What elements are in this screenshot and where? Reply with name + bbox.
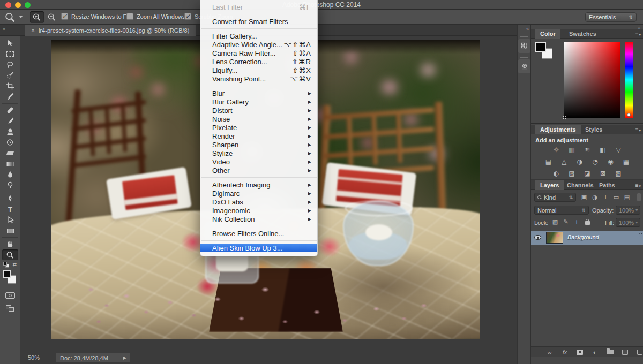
close-tab-icon[interactable]: × [31,27,35,34]
zoom-in-button[interactable] [30,11,44,23]
menu-item-lens-correction[interactable]: Lens Correction... ⇧⌘R [200,57,317,66]
link-layers-icon[interactable]: ∞ [546,348,554,356]
tab-styles[interactable]: Styles [580,125,607,134]
exposure-icon[interactable]: ◧ [597,146,608,154]
zoom-out-button[interactable] [45,11,59,23]
menu-item-liquify[interactable]: Liquify... ⇧⌘X [200,66,317,74]
menu-item-pixelate[interactable]: Pixelate [200,123,317,132]
pen-tool[interactable] [0,193,20,204]
new-layer-icon[interactable] [621,348,629,356]
levels-icon[interactable]: ▥ [566,146,577,154]
color-lookup-icon[interactable]: ▦ [621,157,632,166]
menu-item-convert-for-smart-filters[interactable]: Convert for Smart Filters [200,17,317,26]
move-tool[interactable] [0,38,20,49]
saturation-brightness-field[interactable] [564,42,620,118]
brush-tool[interactable] [0,116,20,126]
history-panel-icon[interactable] [518,39,530,53]
document-size-indicator[interactable]: Doc: 28,4M/28,4M ▶ [56,353,130,362]
lock-paint-icon[interactable]: ✎ [561,217,571,226]
panel-menu-icon[interactable]: ≡ [635,127,641,133]
blend-mode-combo[interactable]: Normal ⇅ [534,206,589,215]
fill-value[interactable]: 100% ▾ [616,218,640,227]
menu-item-digimarc[interactable]: Digimarc [200,189,317,198]
vibrance-icon[interactable]: ▽ [613,146,624,154]
delete-layer-icon[interactable] [636,348,643,356]
menu-item-sharpen[interactable]: Sharpen [200,140,317,149]
status-menu-arrow-icon[interactable]: ▶ [123,355,126,360]
tab-paths[interactable]: Paths [594,180,620,190]
checkbox-resize-windows-to-fit[interactable]: ✓ Resize Windows to Fit [61,13,130,20]
color-field-marker[interactable] [563,116,566,119]
color-panel-swatches[interactable] [535,42,555,61]
filter-adjustment-layers-icon[interactable]: ◑ [590,193,600,202]
rectangular-marquee-tool[interactable] [0,49,20,59]
menu-item-adaptive-wide-angle[interactable]: Adaptive Wide Angle... ⌥⇧⌘A [200,40,317,49]
zoom-level[interactable]: 50% [28,354,40,361]
invert-icon[interactable]: ◐ [551,169,562,178]
tab-swatches[interactable]: Swatches [564,29,601,39]
hand-tool[interactable] [0,239,20,249]
menu-item-alien-skin-blow-up-3[interactable]: Alien Skin Blow Up 3... [200,244,317,252]
clone-stamp-tool[interactable] [0,126,20,137]
lasso-tool[interactable] [0,59,20,70]
expand-panels-icon[interactable]: « [526,26,528,32]
lock-transparency-icon[interactable]: ▨ [550,217,560,226]
toolbar-collapse-icon[interactable]: » [3,26,5,32]
quick-mask-button[interactable] [0,290,20,301]
new-adjustment-layer-icon[interactable]: ◐ [591,348,599,356]
channel-mixer-icon[interactable]: ◉ [605,157,616,166]
rectangle-shape-tool[interactable] [0,225,20,236]
layer-name[interactable]: Background [567,234,599,240]
menu-item-video[interactable]: Video [200,157,317,166]
screen-mode-button[interactable] [0,303,20,314]
document-tab[interactable]: × lr4-preset-system-exercise-files-0016.… [25,25,196,36]
default-colors-icon[interactable] [3,262,9,268]
swap-colors-icon[interactable]: ⇄ [12,262,17,267]
menu-item-blur[interactable]: Blur [200,89,317,97]
collapse-panels-icon[interactable]: » [638,26,640,31]
layer-row-background[interactable]: Background [531,231,643,245]
hue-slider[interactable] [625,42,633,118]
menu-item-camera-raw-filter[interactable]: Camera Raw Filter... ⇧⌘A [200,49,317,57]
path-selection-tool[interactable] [0,215,20,225]
menu-item-render[interactable]: Render [200,132,317,140]
hue-saturation-icon[interactable]: ▤ [543,157,554,166]
blur-tool[interactable] [0,169,20,180]
menu-item-imagenomic[interactable]: Imagenomic [200,206,317,215]
photo-filter-icon[interactable]: ◔ [590,157,601,166]
dodge-tool[interactable] [0,180,20,191]
filter-smart-object-icon[interactable]: ▤ [622,193,632,202]
new-group-icon[interactable] [606,348,614,356]
tab-color[interactable]: Color [535,29,560,39]
brightness-contrast-icon[interactable]: ☼ [551,146,562,154]
spot-healing-brush-tool[interactable] [0,105,20,116]
menu-item-filter-gallery[interactable]: Filter Gallery... [200,32,317,40]
layer-thumbnail[interactable] [546,232,563,244]
menu-item-nik-collection[interactable]: Nik Collection [200,215,317,223]
layer-visibility-eye-icon[interactable] [534,235,541,240]
menu-item-athentech-imaging[interactable]: Athentech Imaging [200,180,317,189]
layer-filter-toggle[interactable] [637,193,641,201]
menu-item-other[interactable]: Other [200,166,317,175]
threshold-icon[interactable]: ◪ [582,169,593,178]
posterize-icon[interactable]: ▨ [566,169,577,178]
foreground-background-colors[interactable] [0,269,20,287]
lock-position-icon[interactable]: + [572,217,581,226]
gradient-map-icon[interactable]: ▧ [613,169,624,178]
layer-filter-kind-combo[interactable]: Kind ⇅ [534,193,576,202]
layer-style-fx-icon[interactable]: fx [561,348,569,356]
filter-pixel-layers-icon[interactable]: ▣ [579,193,589,202]
lock-all-icon[interactable] [582,218,592,228]
menu-item-distort[interactable]: Distort [200,106,317,115]
add-layer-mask-icon[interactable] [576,348,584,356]
foreground-color-swatch[interactable] [3,270,11,278]
workspace-selector[interactable]: Essentials ⇅ [585,12,637,22]
menu-item-stylize[interactable]: Stylize [200,149,317,157]
properties-panel-icon[interactable] [518,59,530,73]
opacity-value[interactable]: 100% ▾ [616,206,640,215]
tab-channels[interactable]: Channels [562,180,599,190]
menu-item-dxo-labs[interactable]: DxO Labs [200,198,317,206]
menu-item-blur-gallery[interactable]: Blur Gallery [200,97,317,106]
crop-tool[interactable] [0,81,20,92]
tool-preset-caret[interactable] [19,16,23,18]
